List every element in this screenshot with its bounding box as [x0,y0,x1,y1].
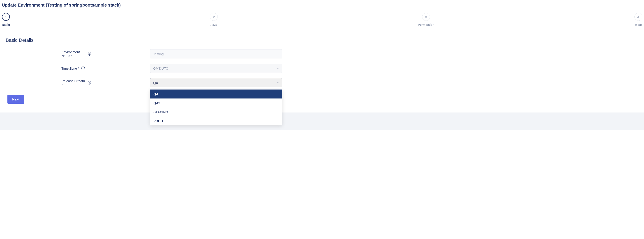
step-line [222,17,414,17]
step-basic[interactable]: 1 Basic [2,13,10,27]
dropdown-option-prod[interactable]: PROD [150,116,282,125]
time-zone-value: GMT/UTC [153,67,168,70]
step-aws[interactable]: 2 AWS [210,13,218,27]
info-icon[interactable]: i [88,81,91,85]
step-line [439,17,630,17]
release-stream-dropdown: QA QA2 STAGING PROD [150,90,282,125]
release-stream-value: QA [153,81,158,85]
step-line [14,17,206,17]
form-row-release-stream: Release Stream * i QA ⌄ QA QA2 STAGING P… [6,78,638,87]
step-permission-label: Permission [418,23,434,27]
chevron-down-icon: ⌄ [277,67,279,70]
chevron-up-icon: ⌄ [277,81,279,84]
step-permission[interactable]: 3 Permission [418,13,434,27]
form-row-time-zone: Time Zone * i GMT/UTC ⌄ [6,64,638,73]
dropdown-option-staging[interactable]: STAGING [150,107,282,116]
dropdown-option-qa2[interactable]: QA2 [150,99,282,107]
env-name-label: Environment Name * i [6,50,91,58]
page-title: Update Environment (Testing of springboo… [2,3,642,8]
wizard-stepper: 1 Basic 2 AWS 3 Permission 4 Misc [2,13,642,27]
time-zone-select[interactable]: GMT/UTC ⌄ [150,64,282,73]
release-stream-select[interactable]: QA ⌄ [150,78,282,87]
time-zone-label: Time Zone * i [6,67,91,70]
info-icon[interactable]: i [81,67,85,70]
step-aws-label: AWS [210,23,217,27]
release-stream-label: Release Stream * i [6,79,91,86]
step-misc[interactable]: 4 Misc [634,13,642,27]
info-icon[interactable]: i [88,52,91,56]
next-button[interactable]: Next [8,95,24,104]
section-title: Basic Details [6,38,638,43]
step-basic-label: Basic [2,23,10,27]
form-row-env-name: Environment Name * i Testing [6,49,638,59]
step-misc-label: Misc [635,23,642,27]
step-misc-circle: 4 [634,13,642,21]
footer-background [0,113,644,130]
step-aws-circle: 2 [210,13,218,21]
env-name-input: Testing [150,49,282,59]
step-basic-circle: 1 [2,13,10,21]
dropdown-option-qa[interactable]: QA [150,90,282,99]
step-permission-circle: 3 [422,13,430,21]
